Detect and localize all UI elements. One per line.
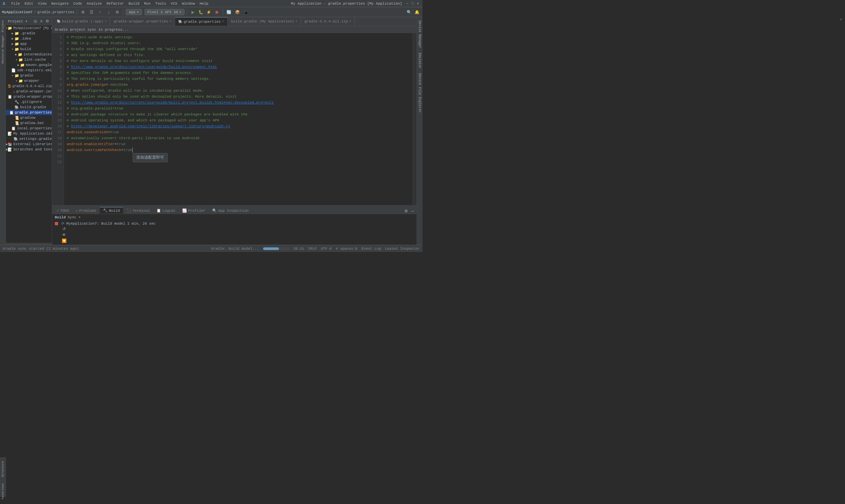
- left-tab-project[interactable]: Project: [1, 18, 5, 34]
- toolbar-up-btn[interactable]: ↑: [96, 8, 104, 16]
- tree-item-gradle[interactable]: ▾ 📁 gradle: [6, 73, 52, 78]
- folder-icon: 📁: [20, 63, 25, 67]
- tree-item-gradle-properties[interactable]: ▶ 📋 gradle.properties: [6, 110, 52, 115]
- tab-close-gradle-properties[interactable]: ×: [222, 20, 224, 23]
- locate-file-btn[interactable]: ◎: [33, 18, 38, 24]
- tree-item-maven-google[interactable]: ▶ 📁 maven.google: [6, 62, 52, 68]
- menu-view[interactable]: View: [36, 1, 49, 6]
- tab-build-gradle-myapp[interactable]: build.gradle (My Application) ×: [228, 17, 301, 26]
- tab-close-gradle-zip[interactable]: ×: [349, 20, 351, 23]
- tab-build[interactable]: 🔨 Build: [100, 207, 123, 214]
- run-button[interactable]: ▶: [190, 8, 197, 16]
- build-eye-btn[interactable]: 👁: [61, 232, 67, 237]
- menu-code[interactable]: Code: [71, 1, 84, 6]
- run-config-selector[interactable]: app ▾: [126, 9, 142, 15]
- menu-file[interactable]: File: [9, 1, 22, 6]
- tree-item-gradlew[interactable]: ▶ 📜 gradlew: [6, 115, 52, 120]
- build-sync-tab[interactable]: Sync: [68, 215, 76, 219]
- build-tab-header: Build Sync ×: [55, 215, 414, 219]
- right-tab-device-manager[interactable]: Device Manager: [417, 18, 422, 50]
- sync-button[interactable]: 🔄: [226, 8, 233, 16]
- sdk-button[interactable]: 📦: [234, 8, 241, 16]
- tab-gradle-zip[interactable]: gradle-5.6.4-all.zip ×: [301, 17, 355, 26]
- tree-item-intermediates[interactable]: ▶ 📁 intermediates: [6, 52, 52, 57]
- project-settings-btn[interactable]: ⚙: [45, 18, 50, 24]
- menu-refactor[interactable]: Refactor: [105, 1, 126, 6]
- notifications-button[interactable]: 🔔: [413, 8, 421, 16]
- tab-close-build-gradle-app[interactable]: ×: [105, 20, 107, 23]
- tab-todo[interactable]: ✓ TODO: [53, 208, 72, 214]
- tree-item-gradlew-bat[interactable]: ▶ 📜 gradlew.bat: [6, 120, 52, 126]
- toolbar-gear-btn[interactable]: ⚙: [113, 8, 121, 16]
- project-collapse-btn[interactable]: ≡: [39, 18, 44, 24]
- tab-logcat[interactable]: 📋 Logcat: [153, 208, 179, 214]
- minimize-button[interactable]: ─: [405, 2, 409, 6]
- build-filter-btn[interactable]: 🔽: [61, 238, 67, 244]
- menu-window[interactable]: Window: [180, 1, 197, 6]
- tab-app-inspection[interactable]: 🔍 App Inspection: [209, 208, 252, 214]
- menu-analyze[interactable]: Analyze: [85, 1, 104, 6]
- menu-vcs[interactable]: VCS: [169, 1, 179, 6]
- tab-profiler[interactable]: 📈 Profiler: [179, 208, 209, 214]
- device-selector[interactable]: Pixel 2 API 30 ▾: [145, 9, 184, 15]
- tab-close-gradle-wrapper-prop[interactable]: ×: [169, 20, 171, 23]
- menu-tools[interactable]: Tools: [153, 1, 168, 6]
- tree-item-scratches[interactable]: ▶ 📝 Scratches and Consoles: [6, 147, 52, 152]
- tree-item-wrapper[interactable]: ▾ 📁 wrapper: [6, 78, 52, 84]
- build-rerun-btn[interactable]: ↺: [61, 226, 67, 232]
- tree-item-gradle-hidden[interactable]: ▶ 📁 .gradle: [6, 31, 52, 36]
- build-actions: ↺ 👁 🔽: [61, 226, 414, 244]
- menu-edit[interactable]: Edit: [22, 1, 35, 6]
- tree-item-app[interactable]: ▶ 📁 app: [6, 41, 52, 47]
- right-tab-emulator[interactable]: Emulator: [417, 51, 422, 71]
- close-button[interactable]: ✕: [416, 2, 420, 6]
- tab-gradle-wrapper-properties[interactable]: gradle-wrapper.properties ×: [110, 17, 175, 26]
- toolbar-down-btn[interactable]: ↓: [105, 8, 112, 16]
- tree-item-gradle-zip[interactable]: ▶ 🗜 gradle-5.6.4-all.zip: [6, 84, 52, 89]
- right-tab-device-file-explorer[interactable]: Device File Explorer: [417, 71, 422, 115]
- tree-root[interactable]: ▾ 📁 MyApplication7 [My Applicati…: [6, 25, 52, 31]
- code-content[interactable]: # Project-wide Gradle settings. # IDE (e…: [64, 33, 412, 205]
- tab-gradle-properties[interactable]: 🐘 gradle.properties ×: [175, 17, 227, 26]
- bottom-panel-settings-btn[interactable]: ⚙: [403, 209, 409, 214]
- stop-button[interactable]: ⏹: [213, 8, 221, 16]
- tree-item-gradle-wrapper-jar[interactable]: ▶ ☕ gradle-wrapper.jar: [6, 89, 52, 94]
- maximize-button[interactable]: □: [411, 2, 415, 6]
- device-label: Pixel 2 API 30: [147, 10, 178, 14]
- build-sync-close[interactable]: ×: [78, 215, 81, 219]
- tree-item-lint-cache[interactable]: ▾ 📁 lint-cache: [6, 57, 52, 62]
- tree-item-build[interactable]: ▾ 📁 build: [6, 47, 52, 52]
- bottom-panel-close-btn[interactable]: ─: [410, 209, 415, 214]
- tab-problems[interactable]: ⚠ Problems: [72, 208, 100, 214]
- search-button[interactable]: 🔍: [405, 8, 412, 16]
- menu-help[interactable]: Help: [198, 1, 210, 6]
- menu-run[interactable]: Run: [142, 1, 153, 6]
- tree-item-local-properties[interactable]: ▶ 📋 local.properties: [6, 126, 52, 131]
- tab-close-build-gradle-myapp[interactable]: ×: [295, 20, 297, 23]
- menu-build[interactable]: Build: [126, 1, 141, 6]
- profile-button[interactable]: ⚡: [205, 8, 213, 16]
- toolbar-list-btn[interactable]: ☰: [88, 8, 95, 16]
- tree-item-gradle-wrapper-prop[interactable]: ▶ 📋 gradle-wrapper.properties: [6, 94, 52, 99]
- tab-terminal[interactable]: ⬛ Terminal: [123, 208, 153, 214]
- avd-button[interactable]: 📱: [243, 8, 250, 16]
- toolbar-settings-btn[interactable]: ⚙: [79, 8, 87, 16]
- value-span: -Xmx1536m: [108, 82, 127, 88]
- build-spinner-icon: ⟳: [61, 221, 64, 226]
- tree-item-my-application-iml[interactable]: ▶ 📝 My Application.iml: [6, 131, 52, 136]
- status-sync-message: Gradle sync started (2 minutes ago): [3, 247, 79, 251]
- layout-inspector-link[interactable]: Layout Inspector: [385, 247, 420, 251]
- tree-item-gitignore[interactable]: ▶ 🔧 .gitignore: [6, 99, 52, 105]
- tab-build-gradle-app[interactable]: 🐘 build.gradle (:app) ×: [53, 17, 110, 26]
- tree-item-external-libraries[interactable]: ▶ 📚 External Libraries: [6, 142, 52, 147]
- debug-button[interactable]: 🐛: [197, 8, 205, 16]
- stop-icon[interactable]: [55, 222, 58, 225]
- left-tab-resource-manager[interactable]: Resource Manager: [1, 34, 5, 65]
- tree-item-idea[interactable]: ▶ 📁 .idea: [6, 36, 52, 41]
- tree-item-sdk-registry[interactable]: ▶ 📄 sdk-registry.xml: [6, 68, 52, 73]
- tree-item-settings-gradle[interactable]: ▶ 🐘 settings.gradle: [6, 136, 52, 142]
- event-log-link[interactable]: Event Log: [362, 247, 381, 251]
- code-editor[interactable]: 12345 678910 1112131415 1617181920 2122 …: [52, 33, 417, 205]
- tree-item-build-gradle[interactable]: ▶ 🐘 build.gradle: [6, 105, 52, 110]
- menu-navigate[interactable]: Navigate: [49, 1, 71, 6]
